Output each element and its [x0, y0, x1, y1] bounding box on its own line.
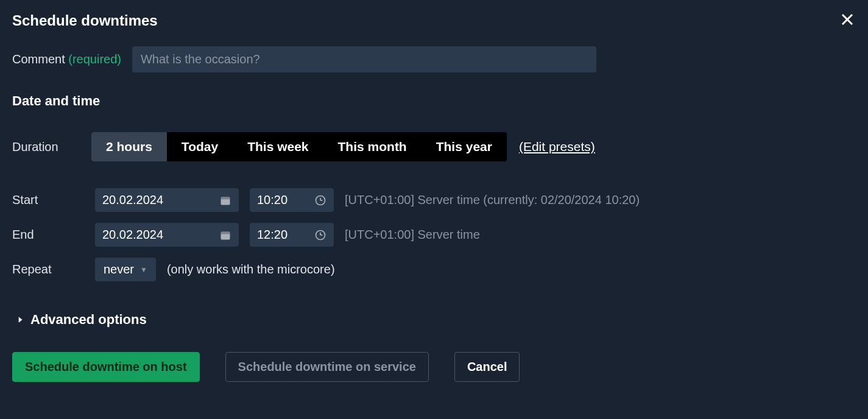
repeat-hint: (only works with the microcore) [167, 262, 335, 276]
duration-tab-1[interactable]: Today [167, 132, 233, 161]
schedule-service-button[interactable]: Schedule downtime on service [225, 352, 429, 382]
start-time-input[interactable]: 10:20 [250, 188, 334, 212]
duration-tab-0[interactable]: 2 hours [91, 132, 167, 161]
duration-tab-2[interactable]: This week [233, 132, 323, 161]
calendar-icon [219, 229, 231, 241]
cancel-button[interactable]: Cancel [454, 352, 520, 382]
start-tz-text: [UTC+01:00] Server time (currently: 02/2… [345, 193, 640, 207]
repeat-value: never [104, 262, 134, 276]
page-title: Schedule downtimes [12, 12, 158, 29]
close-icon [840, 12, 855, 29]
chevron-down-icon: ▼ [140, 266, 147, 274]
required-badge: (required) [68, 52, 121, 66]
end-label: End [12, 228, 84, 242]
comment-label: Comment (required) [12, 52, 121, 66]
edit-presets-link[interactable]: (Edit presets) [519, 139, 595, 154]
start-label: Start [12, 193, 84, 207]
start-date-value: 20.02.2024 [102, 193, 163, 207]
end-date-input[interactable]: 20.02.2024 [95, 223, 239, 247]
svg-rect-8 [221, 231, 230, 234]
duration-tab-3[interactable]: This month [323, 132, 422, 161]
end-date-value: 20.02.2024 [102, 228, 163, 242]
svg-rect-3 [221, 197, 230, 199]
end-tz-text: [UTC+01:00] Server time [345, 228, 480, 242]
start-date-input[interactable]: 20.02.2024 [95, 188, 239, 212]
calendar-icon [219, 194, 231, 206]
duration-tabs: 2 hoursTodayThis weekThis monthThis year [91, 132, 507, 161]
clock-icon [314, 229, 326, 241]
repeat-label: Repeat [12, 262, 84, 276]
chevron-right-icon [16, 312, 24, 328]
start-time-value: 10:20 [257, 193, 288, 207]
clock-icon [314, 194, 326, 206]
end-time-input[interactable]: 12:20 [250, 223, 334, 247]
schedule-host-button[interactable]: Schedule downtime on host [12, 352, 200, 382]
comment-input[interactable] [132, 46, 596, 72]
repeat-select[interactable]: never ▼ [95, 258, 156, 281]
duration-label: Duration [12, 140, 79, 154]
end-time-value: 12:20 [257, 228, 288, 242]
close-button[interactable] [839, 12, 856, 29]
duration-tab-4[interactable]: This year [422, 132, 507, 161]
advanced-options-toggle[interactable]: Advanced options [16, 312, 856, 328]
advanced-label: Advanced options [30, 312, 147, 328]
datetime-section-title: Date and time [12, 93, 856, 109]
